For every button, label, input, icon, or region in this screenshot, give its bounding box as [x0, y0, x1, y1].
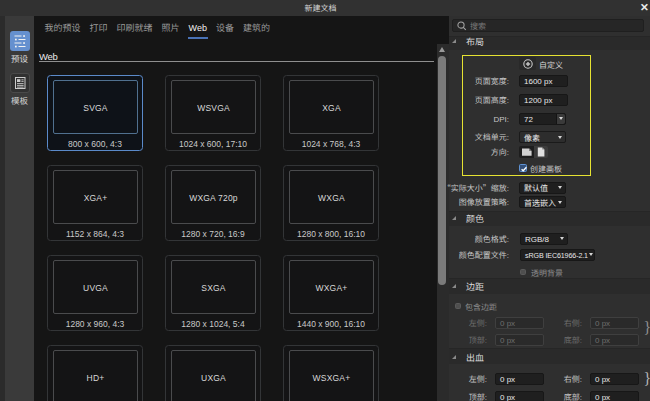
tab-print[interactable]: 打印: [89, 22, 109, 39]
margins-row-2: 顶部: 0 px 底部: 0 px: [449, 334, 650, 346]
zoom-value: 默认值: [524, 182, 548, 193]
preset-card[interactable]: UVGA 1280 x 960, 4:3: [47, 255, 143, 331]
category-tabs: 我的预设 打印 印刷就绪 照片 Web 设备 建筑的: [44, 22, 278, 39]
include-margins-checkbox[interactable]: [455, 303, 461, 309]
magnifier-glyph: [457, 21, 467, 31]
page-height-value: 1200 px: [524, 95, 552, 105]
tab-architectural[interactable]: 建筑的: [242, 22, 271, 39]
preset-card[interactable]: XGA 1024 x 768, 4:3: [283, 75, 379, 151]
preset-preview: WXGA+: [289, 260, 374, 314]
bleed-row-2: 顶部: 0 px 底部: 0 px: [449, 391, 650, 401]
main-area: 我的预设 打印 印刷就绪 照片 Web 设备 建筑的 Web SVGA 800 …: [34, 16, 449, 401]
preset-preview: SXGA: [171, 260, 256, 314]
orientation-portrait-button[interactable]: [534, 146, 549, 158]
preset-preview: XGA+: [53, 170, 138, 224]
margin-right-input[interactable]: 0 px: [590, 317, 639, 329]
bleed-bottom-label: 底部:: [564, 391, 582, 401]
bleed-left-input[interactable]: 0 px: [495, 373, 544, 385]
units-dropdown[interactable]: 像素: [519, 131, 566, 143]
bleed-left-label: 左侧:: [469, 373, 487, 385]
settings-panel: 搜索 布局 自定义 页面宽度: 1600 px 页面高度: 1200 px DP…: [449, 16, 650, 401]
preset-card[interactable]: WXGA 1280 x 800, 16:10: [283, 165, 379, 241]
section-rule: [39, 61, 434, 62]
preset-card[interactable]: WXGA+ 1440 x 900, 16:10: [283, 255, 379, 331]
bleed-top-value: 0 px: [500, 392, 515, 401]
bleed-link-brace[interactable]: }: [644, 373, 650, 385]
preset-card[interactable]: WXGA 720p 1280 x 720, 16:9: [165, 165, 261, 241]
chevron-down-icon: [559, 117, 563, 120]
preset-card[interactable]: XGA+ 1152 x 864, 4:3: [47, 165, 143, 241]
template-document-glyph: [11, 74, 29, 92]
scroll-up-icon[interactable]: [439, 47, 445, 52]
tab-devices[interactable]: 设备: [215, 22, 235, 39]
preset-card[interactable]: UXGA: [165, 345, 261, 401]
margins-link-brace[interactable]: }: [644, 322, 650, 334]
margin-right-value: 0 px: [595, 318, 610, 328]
dpi-value: 72: [524, 113, 533, 124]
color-format-row: 颜色格式: RGB/8: [449, 233, 650, 245]
bleed-top-input[interactable]: 0 px: [495, 391, 544, 401]
orientation-landscape-button[interactable]: [519, 146, 534, 158]
margin-top-input[interactable]: 0 px: [495, 334, 544, 346]
create-artboard-checkbox[interactable]: [519, 164, 527, 172]
preset-card[interactable]: WSXGA+: [283, 345, 379, 401]
dpi-dropdown-arrow-segment[interactable]: [556, 114, 565, 124]
preset-size: 1280 x 720, 16:9: [166, 227, 260, 239]
color-profile-dropdown[interactable]: sRGB IEC61966-2.1: [520, 249, 595, 261]
preset-preview: UXGA: [171, 350, 256, 401]
preset-name: WSVGA: [197, 101, 230, 113]
include-margins-row[interactable]: 包含边距: [449, 302, 650, 311]
preset-name: UVGA: [83, 281, 108, 293]
bleed-right-input[interactable]: 0 px: [590, 373, 639, 385]
zoom-dropdown[interactable]: 默认值: [519, 182, 566, 194]
margin-top-value: 0 px: [500, 335, 515, 345]
check-icon: [520, 165, 528, 173]
color-format-dropdown[interactable]: RGB/8: [520, 233, 568, 245]
main-scrollbar[interactable]: [437, 44, 450, 401]
sidebar-item-templates[interactable]: 模板: [5, 73, 34, 106]
units-value: 像素: [524, 132, 540, 143]
preset-card[interactable]: HD+: [47, 345, 143, 401]
tab-photo[interactable]: 照片: [161, 22, 181, 39]
tab-my-presets[interactable]: 我的预设: [44, 22, 82, 39]
preset-size: 800 x 600, 4:3: [48, 137, 142, 149]
margin-left-label: 左侧:: [469, 317, 487, 329]
preset-card[interactable]: SXGA 1280 x 1024, 5:4: [165, 255, 261, 331]
preset-card[interactable]: SVGA 800 x 600, 4:3: [47, 75, 143, 151]
collapse-icon: [452, 284, 456, 288]
close-button[interactable]: ✕: [637, 0, 650, 14]
color-profile-label: 颜色配置文件:: [459, 249, 509, 261]
preset-size: 1024 x 600, 17:10: [166, 137, 260, 149]
page-height-input[interactable]: 1200 px: [519, 94, 568, 106]
tab-web[interactable]: Web: [188, 22, 208, 39]
bleed-left-value: 0 px: [500, 374, 515, 384]
page-width-input[interactable]: 1600 px: [519, 75, 568, 87]
margin-bottom-label: 底部:: [564, 334, 582, 346]
search-input[interactable]: 搜索: [452, 19, 644, 33]
tab-press-ready[interactable]: 印刷就绪: [116, 22, 154, 39]
templates-icon: [10, 73, 30, 93]
preset-card[interactable]: WSVGA 1024 x 600, 17:10: [165, 75, 261, 151]
artboard-row[interactable]: 创建画板: [449, 164, 650, 173]
bleed-right-label: 右侧:: [564, 373, 582, 385]
page-height-label: 页面高度:: [475, 94, 509, 106]
dpi-row: DPI: 72: [449, 113, 650, 125]
custom-row[interactable]: 自定义: [449, 59, 650, 70]
custom-plus-button[interactable]: [519, 57, 536, 70]
placement-value: 首选嵌入: [524, 197, 556, 208]
preset-name: UXGA: [201, 371, 226, 383]
transparent-bg-checkbox[interactable]: [520, 269, 526, 275]
margin-bottom-input[interactable]: 0 px: [590, 334, 639, 346]
transparent-row[interactable]: 透明背景: [449, 268, 650, 277]
margins-title: 边距: [466, 282, 484, 292]
bleed-bottom-input[interactable]: 0 px: [590, 391, 639, 401]
scrollbar-thumb[interactable]: [438, 56, 446, 285]
preset-size: 1280 x 800, 16:10: [284, 227, 378, 239]
placement-dropdown[interactable]: 首选嵌入: [519, 196, 566, 208]
margin-left-input[interactable]: 0 px: [495, 317, 544, 329]
units-label: 文档单元:: [475, 131, 509, 143]
dpi-dropdown[interactable]: 72: [519, 113, 566, 125]
sidebar: 预设 模板: [0, 16, 34, 401]
margin-top-label: 顶部:: [469, 334, 487, 346]
sidebar-item-presets[interactable]: 预设: [5, 31, 34, 64]
